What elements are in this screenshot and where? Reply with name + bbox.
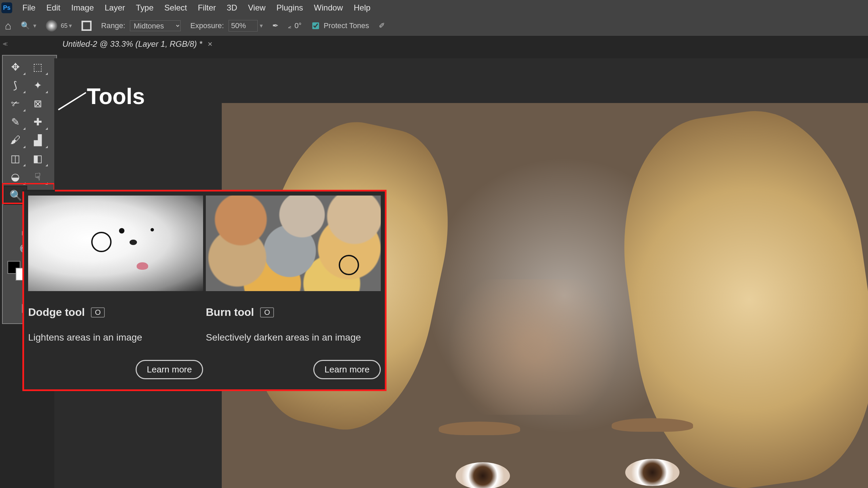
document-tab-title: Untitled-2 @ 33.3% (Layer 1, RGB/8) * [62, 39, 202, 49]
angle-icon: ⦟ [288, 21, 292, 30]
protect-tones-label: Protect Tones [323, 21, 369, 30]
document-tab-strip: Untitled-2 @ 33.3% (Layer 1, RGB/8) * × [0, 36, 868, 52]
airbrush-toggle[interactable]: ✒ [268, 16, 283, 36]
eyedropper-tool[interactable]: ✎ [4, 113, 26, 131]
airbrush-icon: ✒ [272, 21, 278, 30]
blur-tool[interactable]: ◒ [4, 167, 26, 186]
dodge-learn-more-button[interactable]: Learn more [136, 360, 203, 379]
popup-dodge-column: Dodge tool O Lightens areas in an image … [28, 196, 203, 379]
pressure-icon: ✐ [379, 21, 385, 30]
angle-value: 0° [294, 21, 301, 30]
annotation-label: Tools [87, 83, 145, 109]
menu-view[interactable]: View [243, 0, 271, 16]
options-bar: ⌂ 🔍 ▾ 65 ▾ Range: Midtones Exposure: ▾ ✒… [0, 16, 868, 36]
menu-layer[interactable]: Layer [99, 0, 131, 16]
menu-window[interactable]: Window [309, 0, 348, 16]
clone-stamp-tool[interactable]: ▟ [26, 131, 49, 149]
range-select[interactable]: Midtones [130, 20, 181, 31]
move-tool[interactable]: ✥ [4, 58, 26, 76]
menu-bar: Ps File Edit Image Layer Type Select Fil… [0, 0, 868, 16]
home-icon: ⌂ [5, 20, 11, 32]
menu-plugins[interactable]: Plugins [271, 0, 309, 16]
menu-type[interactable]: Type [131, 0, 159, 16]
menu-image[interactable]: Image [66, 0, 99, 16]
eraser-tool[interactable]: ◫ [4, 149, 26, 167]
pressure-toggle[interactable]: ✐ [374, 16, 390, 36]
gradient-tool[interactable]: ◧ [26, 149, 49, 167]
protect-tones-checkbox[interactable] [312, 22, 319, 29]
brush-size-value: 65 [61, 22, 67, 29]
tool-preset-button[interactable]: 🔍 ▾ [16, 16, 41, 36]
lasso-tool[interactable]: ⟆ [4, 76, 26, 94]
range-label: Range: [96, 16, 130, 36]
frame-tool[interactable]: ⊠ [26, 94, 49, 113]
angle-control[interactable]: ⦟ 0° [283, 16, 306, 36]
close-icon[interactable]: × [208, 39, 213, 49]
menu-filter[interactable]: Filter [193, 0, 221, 16]
brush-panel-toggle[interactable] [77, 16, 96, 36]
dodge-description: Lightens areas in an image [28, 332, 203, 343]
collapse-panels-icon[interactable]: << [3, 41, 6, 48]
burn-shortcut: O [260, 307, 274, 318]
burn-description: Selectively darken areas in an image [206, 332, 381, 343]
burn-learn-more-button[interactable]: Learn more [313, 360, 381, 379]
brush-panel-icon [81, 21, 92, 31]
burn-title: Burn tool [206, 306, 254, 319]
dodge-title: Dodge tool [28, 306, 85, 319]
burn-thumbnail [206, 196, 381, 291]
chevron-down-icon: ▾ [69, 22, 72, 29]
chevron-down-icon: ▾ [260, 22, 263, 29]
quick-select-tool[interactable]: ✦ [26, 76, 49, 94]
menu-help[interactable]: Help [348, 0, 376, 16]
home-button[interactable]: ⌂ [0, 16, 16, 36]
menu-edit[interactable]: Edit [41, 0, 66, 16]
brush-tool[interactable]: 🖌 [4, 131, 26, 149]
exposure-label: Exposure: [185, 16, 229, 36]
chevron-down-icon: ▾ [33, 22, 36, 29]
brush-preset-button[interactable]: 65 ▾ [41, 16, 77, 36]
dodge-shortcut: O [91, 307, 105, 318]
tool-info-popup: Dodge tool O Lightens areas in an image … [22, 190, 387, 391]
dodge-icon: 🔍 [9, 189, 22, 201]
cursor-indicator-icon [339, 255, 359, 275]
healing-tool[interactable]: ✚ [26, 113, 49, 131]
marquee-tool[interactable]: ⬚ [26, 58, 49, 76]
ps-logo-icon: Ps [1, 2, 12, 13]
dodge-thumbnail [28, 196, 203, 291]
cursor-indicator-icon [91, 232, 112, 252]
menu-file[interactable]: File [17, 0, 41, 16]
menu-3d[interactable]: 3D [221, 0, 243, 16]
dodge-icon: 🔍 [21, 21, 30, 30]
exposure-input[interactable] [229, 20, 258, 32]
popup-burn-column: Burn tool O Selectively darken areas in … [206, 196, 381, 379]
crop-tool[interactable]: ✃ [4, 94, 26, 113]
brush-preview-icon [46, 20, 57, 32]
menu-select[interactable]: Select [159, 0, 193, 16]
document-tab[interactable]: Untitled-2 @ 33.3% (Layer 1, RGB/8) * × [54, 36, 221, 52]
smudge-tool[interactable]: ☟ [26, 167, 49, 186]
